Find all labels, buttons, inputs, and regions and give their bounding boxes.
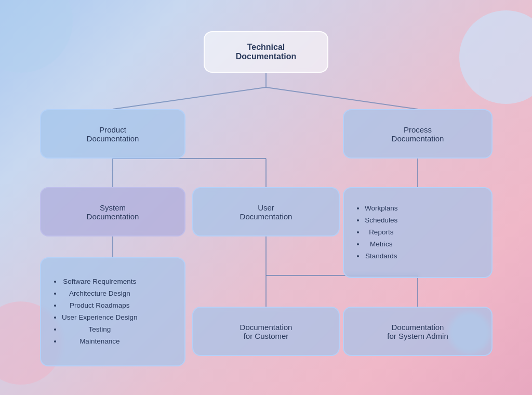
list-item: Maintenance (62, 336, 138, 348)
list-item: Product Roadmaps (62, 300, 138, 312)
node-user-label: User Documentation (240, 203, 292, 221)
list-item: Metrics (365, 239, 398, 251)
svg-line-0 (113, 87, 266, 109)
node-doc-customer: Documentation for Customer (192, 307, 340, 356)
node-user: User Documentation (192, 187, 340, 236)
node-doc-admin: Documentation for System Admin (343, 307, 493, 356)
node-root: Technical Documentation (204, 31, 328, 73)
node-system: System Documentation (40, 187, 185, 236)
list-item: Reports (365, 227, 398, 239)
node-system-label: System Documentation (87, 203, 139, 221)
node-doc-admin-label: Documentation for System Admin (387, 323, 448, 340)
node-system-list: Software Requirements Architecture Desig… (40, 257, 185, 366)
list-item: Standards (365, 251, 398, 262)
node-product: Product Documentation (40, 109, 185, 159)
node-root-label: Technical Documentation (236, 43, 296, 61)
list-item: Workplans (365, 203, 398, 215)
node-process-label: Process Documentation (392, 125, 444, 143)
node-doc-customer-label: Documentation for Customer (240, 323, 292, 340)
diagram-container: Technical Documentation Product Document… (0, 0, 532, 395)
list-item: User Experience Design (62, 312, 138, 324)
system-list: Software Requirements Architecture Desig… (52, 276, 138, 348)
node-product-label: Product Documentation (87, 125, 139, 143)
node-process-list: Workplans Schedules Reports Metrics Stan… (343, 187, 493, 278)
process-list: Workplans Schedules Reports Metrics Stan… (355, 203, 398, 262)
list-item: Testing (62, 324, 138, 336)
list-item: Schedules (365, 215, 398, 227)
list-item: Software Requirements (62, 276, 138, 288)
node-process: Process Documentation (343, 109, 493, 159)
svg-line-1 (266, 87, 418, 109)
list-item: Architecture Design (62, 288, 138, 300)
